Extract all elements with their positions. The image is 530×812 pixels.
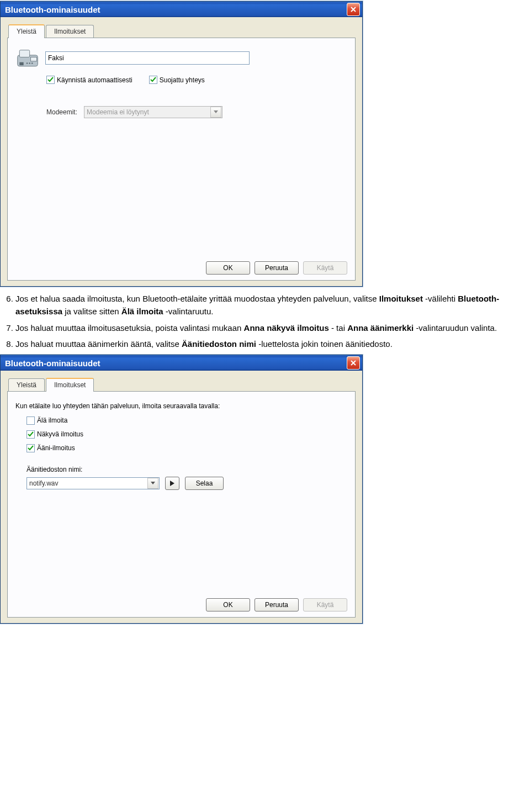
checkbox-visual[interactable]: Näkyvä ilmoitus (26, 430, 347, 439)
close-button[interactable] (347, 3, 360, 16)
cancel-button[interactable]: Peruuta (255, 598, 299, 611)
checkbox-label: Käynnistä automaattisesti (57, 76, 132, 84)
tab-notifications[interactable]: Ilmoitukset (46, 378, 94, 392)
svg-rect-3 (19, 62, 23, 65)
checkbox-audio[interactable]: Ääni-ilmoitus (26, 444, 347, 452)
checkbox-label: Näkyvä ilmoitus (37, 430, 83, 438)
svg-rect-2 (30, 57, 36, 61)
soundfile-label: Äänitiedoston nimi: (26, 466, 347, 473)
checkbox-label: Suojattu yhteys (160, 76, 205, 84)
browse-button[interactable]: Selaa (185, 477, 224, 490)
instruction-list: Jos et halua saada ilmoitusta, kun Bluet… (15, 292, 530, 350)
checkbox-dont-notify[interactable]: Älä ilmoita (26, 416, 347, 425)
tab-general[interactable]: Yleistä (8, 24, 45, 38)
ok-button[interactable]: OK (206, 598, 250, 611)
tab-general[interactable]: Yleistä (8, 378, 45, 391)
close-icon (350, 6, 357, 13)
play-button[interactable] (165, 477, 179, 490)
checkbox-autostart[interactable]: Käynnistä automaattisesti (46, 76, 132, 84)
checkbox-icon (149, 76, 157, 84)
soundfile-dropdown[interactable]: notify.wav (26, 477, 160, 489)
checkbox-label: Älä ilmoita (37, 416, 67, 424)
modems-label: Modeemit: (46, 108, 77, 116)
dialog-body: Yleistä Ilmoitukset Kun etälaite luo yht… (1, 371, 362, 623)
apply-button: Käytä (303, 598, 347, 611)
button-row: OK Peruuta Käytä (15, 598, 347, 611)
instruction-step-8: Jos haluat muuttaa äänimerkin ääntä, val… (15, 338, 530, 350)
svg-point-6 (31, 62, 33, 64)
tabpanel-notifications: Kun etälaite luo yhteyden tähän palveluu… (7, 392, 356, 618)
modems-dropdown: Modeemia ei löytynyt (84, 106, 222, 118)
checkbox-label: Ääni-ilmoitus (37, 444, 75, 452)
close-button[interactable] (347, 356, 360, 370)
window-title: Bluetooth-ominaisuudet (5, 358, 100, 368)
titlebar[interactable]: Bluetooth-ominaisuudet (1, 2, 362, 17)
svg-point-5 (29, 62, 30, 64)
cancel-button[interactable]: Peruuta (255, 261, 299, 275)
checkbox-secure[interactable]: Suojattu yhteys (149, 76, 205, 84)
tabpanel-general: Käynnistä automaattisesti Suojattu yhtey… (7, 38, 356, 281)
checkbox-icon (26, 430, 35, 439)
tabs: Yleistä Ilmoitukset (7, 24, 356, 38)
apply-button: Käytä (303, 261, 347, 275)
instruction-step-6: Jos et halua saada ilmoitusta, kun Bluet… (15, 292, 530, 318)
soundfile-value: notify.wav (29, 479, 58, 487)
button-row: OK Peruuta Käytä (15, 261, 347, 275)
checkbox-icon (26, 444, 35, 452)
modems-value: Modeemia ei löytynyt (87, 108, 149, 116)
window-title: Bluetooth-ominaisuudet (5, 5, 100, 14)
tabs: Yleistä Ilmoitukset (7, 377, 356, 392)
bluetooth-properties-dialog-general: Bluetooth-ominaisuudet Yleistä Ilmoituks… (0, 1, 363, 287)
bluetooth-properties-dialog-notifications: Bluetooth-ominaisuudet Yleistä Ilmoituks… (0, 355, 363, 624)
tab-notifications[interactable]: Ilmoitukset (46, 25, 94, 38)
service-name-input[interactable] (45, 51, 250, 65)
instruction-step-7: Jos haluat muuttaa ilmoitusasetuksia, po… (15, 321, 530, 334)
fax-icon (15, 48, 40, 68)
notification-prompt: Kun etälaite luo yhteyden tähän palveluu… (15, 402, 347, 411)
ok-button[interactable]: OK (206, 261, 250, 275)
play-icon (170, 481, 174, 486)
titlebar[interactable]: Bluetooth-ominaisuudet (1, 355, 362, 371)
chevron-down-icon[interactable] (147, 478, 158, 489)
checkbox-icon (46, 76, 55, 84)
dialog-body: Yleistä Ilmoitukset (1, 17, 362, 286)
svg-point-4 (26, 62, 28, 64)
svg-rect-1 (19, 50, 29, 57)
close-icon (350, 360, 357, 366)
chevron-down-icon (210, 107, 221, 118)
checkbox-icon (26, 416, 35, 425)
